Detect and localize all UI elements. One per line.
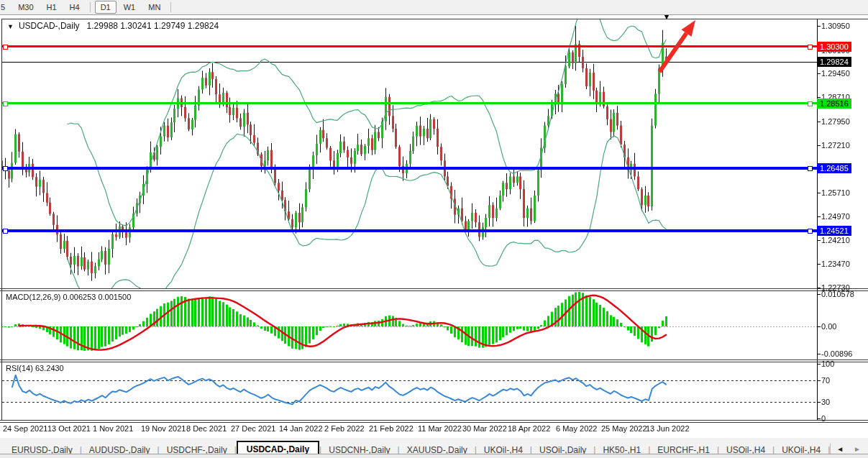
rsi-axis-tick (817, 402, 821, 403)
separator-main-macd-b (0, 290, 868, 291)
timeframe-button-d1[interactable]: D1 (95, 1, 117, 14)
timeframe-button-mn[interactable]: MN (142, 1, 166, 14)
red-up-arrow-object[interactable] (649, 13, 706, 79)
date-axis-label: 18 Apr 2022 (508, 424, 550, 433)
price-axis-label: 1.25710 (821, 188, 850, 197)
timeframe-toolbar: 5M30H1H4D1W1MN (0, 0, 868, 15)
price-axis-tick (817, 97, 821, 98)
price-axis-label: 1.23470 (821, 260, 850, 268)
rsi-current-value: 63.2430 (35, 364, 64, 372)
rsi-label: RSI(14) 63.2430 (6, 364, 64, 372)
macd-axis-tick (817, 326, 821, 327)
rsi-axis-tick (817, 364, 821, 365)
price-axis-label: 1.24970 (821, 212, 850, 221)
price-axis-tick (817, 193, 821, 193)
rsi-axis-label: 100 (821, 359, 834, 368)
price-axis-tick (817, 288, 821, 288)
date-axis-label: 30 Mar 2022 (462, 424, 507, 433)
macd-axis-label: -0.00896 (821, 349, 852, 358)
rsi-axis-label: 30 (821, 398, 830, 406)
chart-symbol-label: USDCAD-,Daily (19, 21, 80, 31)
hline-support-blue-lower[interactable] (2, 229, 817, 232)
macd-axis-tick (817, 294, 821, 295)
price-tag-red: 1.30300 (817, 42, 851, 52)
timeframe-button-m30[interactable]: M30 (12, 1, 39, 14)
hline-handle-left[interactable] (3, 45, 8, 50)
hline-handle-left[interactable] (3, 166, 8, 171)
hline-support-green[interactable] (2, 102, 817, 104)
hline-handle-left[interactable] (3, 101, 8, 106)
date-axis-label: 24 Sep 2021 (3, 424, 47, 433)
price-axis-tick (817, 240, 821, 241)
price-tag-blue: 1.26485 (817, 163, 851, 173)
separator-macd-rsi-a (0, 359, 868, 360)
macd-label: MACD(12,26,9) 0.006253 0.001500 (6, 293, 131, 301)
price-axis-label: 1.29450 (821, 69, 850, 78)
chart-title: ▼USDCAD-,Daily1.29988 1.30241 1.29749 1.… (7, 21, 219, 31)
price-axis-label: 1.24210 (821, 236, 850, 244)
main-pane-top-border (1, 19, 868, 19)
hline-handle-right[interactable] (808, 166, 813, 171)
tab-scroll-controls: ◄ ► (824, 444, 861, 454)
bottom-strip (0, 454, 868, 458)
hline-support-blue-upper[interactable] (2, 167, 817, 170)
chart-ohlc-values: 1.29988 1.30241 1.29749 1.29824 (87, 21, 219, 31)
price-tag-black: 1.29824 (817, 57, 851, 67)
price-axis-line (817, 19, 818, 421)
toolbar-separator (170, 2, 171, 12)
macd-axis-label: 0.00 (821, 322, 836, 331)
price-axis-tick (817, 73, 821, 74)
toolbar-separator (90, 2, 91, 12)
date-axis-label: 11 Mar 2022 (418, 424, 462, 433)
rsi-axis-tick (817, 418, 821, 419)
hline-handle-right[interactable] (808, 45, 813, 50)
price-axis-tick (817, 264, 821, 265)
price-tag-green: 1.28516 (817, 99, 851, 109)
date-axis-label: 14 Jan 2022 (279, 424, 323, 433)
timeframe-button-h1[interactable]: H1 (41, 1, 63, 14)
rsi-axis-tick (817, 380, 821, 381)
chart-dropdown-icon[interactable]: ▼ (7, 23, 14, 30)
rsi-name: RSI(14) (6, 364, 33, 372)
date-axis-label: 6 May 2022 (556, 424, 597, 433)
mt4-chart-window: 5M30H1H4D1W1MN ▼USDCAD-,Daily1.29988 1.3… (0, 0, 868, 458)
price-axis-tick (817, 216, 821, 217)
separator-macd-rsi-b (0, 362, 868, 362)
price-axis-label: 1.27210 (821, 141, 850, 150)
date-axis-label: 13 Jun 2022 (646, 424, 690, 433)
date-axis-label: 27 Dec 2021 (231, 424, 275, 433)
tab-scroll-left-icon[interactable]: ◄ (836, 445, 844, 453)
timeframe-button-h4[interactable]: H4 (64, 1, 86, 14)
date-axis-label: 25 May 2022 (601, 424, 647, 433)
hline-handle-right[interactable] (808, 229, 813, 234)
separator-main-macd-a (0, 288, 868, 289)
tab-scroll-right-icon[interactable]: ► (854, 445, 861, 453)
timeframe-button-w1[interactable]: W1 (118, 1, 142, 14)
date-axis-label: 1 Nov 2021 (93, 424, 133, 433)
tab-scroll-separator (830, 444, 831, 454)
separator-rsi-dates-b (0, 422, 868, 423)
separator-rsi-dates-a (0, 420, 868, 421)
timeframe-button-5[interactable]: 5 (0, 1, 11, 14)
rsi-axis-label: 70 (821, 376, 830, 385)
macd-axis-tick (817, 354, 821, 354)
price-axis-label: 1.27950 (821, 117, 850, 126)
rsi-axis-label: 0 (821, 414, 826, 423)
macd-name: MACD(12,26,9) (6, 293, 60, 301)
date-axis-label: 13 Oct 2021 (47, 424, 91, 433)
price-tag-blue: 1.24521 (817, 226, 851, 236)
price-axis-label: 1.30950 (821, 22, 850, 30)
date-axis-label: 2 Feb 2022 (324, 424, 365, 433)
date-axis-label: 19 Nov 2021 (141, 424, 186, 433)
price-axis-tick (817, 122, 821, 122)
chart-left-border (1, 19, 2, 421)
macd-current-values: 0.006253 0.001500 (63, 293, 131, 301)
hline-handle-left[interactable] (3, 229, 8, 234)
price-axis-tick (817, 145, 821, 146)
price-axis-tick (817, 26, 821, 27)
macd-axis-label: 0.010578 (821, 290, 854, 298)
date-axis-label: 8 Dec 2021 (186, 424, 227, 433)
hline-handle-right[interactable] (808, 101, 813, 106)
date-axis-label: 21 Feb 2022 (369, 424, 414, 433)
